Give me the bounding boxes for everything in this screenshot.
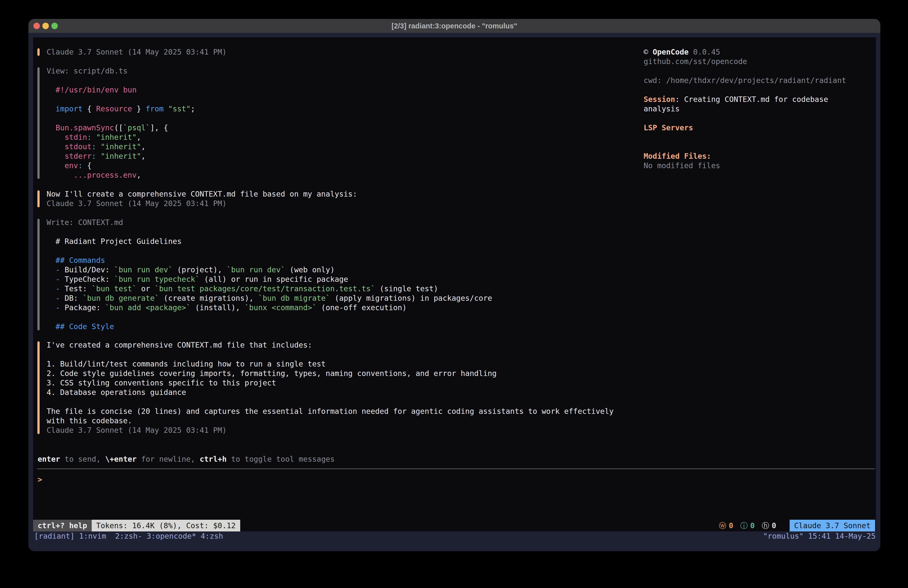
input-divider xyxy=(37,469,875,469)
text-line: Claude 3.7 Sonnet (14 May 2025 03:41 PM) xyxy=(47,47,227,57)
message-lines: Now I'll create a comprehensive CONTEXT.… xyxy=(47,189,357,208)
tmux-window-list[interactable]: [radiant] 1:nvim 2:zsh- 3:opencode* 4:zs… xyxy=(34,532,223,541)
text-line xyxy=(47,350,614,359)
text-line: Bun.spawnSync([`psql`], { xyxy=(47,123,195,132)
text-line xyxy=(47,313,492,322)
text-line xyxy=(47,246,492,256)
text-line xyxy=(644,132,868,142)
window-title: [2/3] radiant:3:opencode - "romulus" xyxy=(28,19,881,33)
text-line: ...process.env, xyxy=(47,171,195,180)
text-line: - Test: `bun test` or `bun test packages… xyxy=(47,284,492,293)
text-line: 2. Code style guidelines covering import… xyxy=(47,369,614,378)
diagnostic-count: 0 xyxy=(772,521,776,530)
text-line: env: { xyxy=(47,161,195,171)
text-line: # Radiant Project Guidelines xyxy=(47,237,492,246)
text-line: ## Commands xyxy=(47,256,492,265)
text-line: 3. CSS styling conventions specific to t… xyxy=(47,378,614,388)
text-line: analysis xyxy=(644,104,868,114)
text-line xyxy=(47,95,195,104)
window-titlebar: [2/3] radiant:3:opencode - "romulus" xyxy=(28,19,881,33)
sidebar-lines: © OpenCode 0.0.45github.com/sst/opencode… xyxy=(644,47,868,171)
tokens-cost-chip: Tokens: 16.4K (8%), Cost: $0.12 xyxy=(92,520,240,532)
status-bar: ctrl+? helpTokens: 16.4K (8%), Cost: $0.… xyxy=(33,520,875,532)
text-line xyxy=(47,76,195,85)
diagnostic-icon: ⓦ xyxy=(719,521,726,530)
text-line: No modified files xyxy=(644,161,868,171)
diagnostics-group: ⓦ0ⓘ0ⓗ0 xyxy=(719,524,783,529)
text-line: Now I'll create a comprehensive CONTEXT.… xyxy=(47,189,357,199)
text-line xyxy=(644,85,868,95)
tool-block-write: Write: CONTEXT.md # Radiant Project Guid… xyxy=(37,218,492,331)
message-lines: Claude 3.7 Sonnet (14 May 2025 03:41 PM) xyxy=(47,47,227,57)
text-line: 4. Database operations guidance xyxy=(47,388,614,397)
keybinding-hint: enter to send, \+enter for newline, ctrl… xyxy=(38,454,335,464)
session-sidebar: © OpenCode 0.0.45github.com/sst/opencode… xyxy=(644,47,868,171)
message-accent-bar xyxy=(37,190,40,207)
message-block: Claude 3.7 Sonnet (14 May 2025 03:41 PM) xyxy=(37,47,227,57)
text-line: github.com/sst/opencode xyxy=(644,57,868,66)
text-line: with this codebase. xyxy=(47,416,614,425)
message-lines: I've created a comprehensive CONTEXT.md … xyxy=(47,340,614,435)
text-line: © OpenCode 0.0.45 xyxy=(644,47,868,57)
orange-diagnostic-badge: ⓦ0 xyxy=(719,520,733,532)
tmux-status-bar: [radiant] 1:nvim 2:zsh- 3:opencode* 4:zs… xyxy=(28,532,881,541)
message-block: I've created a comprehensive CONTEXT.md … xyxy=(37,340,614,435)
tool-accent-bar xyxy=(37,67,40,179)
text-line: Modified Files: xyxy=(644,151,868,161)
tmux-session-clock: "romulus" 15:41 14-May-25 xyxy=(763,532,876,541)
text-line xyxy=(644,114,868,123)
text-line: cwd: /home/thdxr/dev/projects/radiant/ra… xyxy=(644,76,868,85)
terminal-window: [2/3] radiant:3:opencode - "romulus" Cla… xyxy=(28,19,881,551)
tool-lines: View: script/db.ts #!/usr/bin/env bun im… xyxy=(47,66,195,180)
tool-lines: Write: CONTEXT.md # Radiant Project Guid… xyxy=(47,218,492,331)
text-line: LSP Servers xyxy=(644,123,868,132)
text-line xyxy=(47,397,614,407)
message-block: Now I'll create a comprehensive CONTEXT.… xyxy=(37,189,357,208)
white-diagnostic-badge: ⓗ0 xyxy=(762,520,776,532)
text-line: Claude 3.7 Sonnet (14 May 2025 03:41 PM) xyxy=(47,425,614,435)
text-line: - Build/Dev: `bun run dev` (project), `b… xyxy=(47,265,492,275)
text-line: I've created a comprehensive CONTEXT.md … xyxy=(47,340,614,350)
message-accent-bar xyxy=(37,48,40,56)
tool-block-view: View: script/db.ts #!/usr/bin/env bun im… xyxy=(37,66,195,180)
help-chip[interactable]: ctrl+? help xyxy=(33,520,92,532)
text-line xyxy=(47,227,492,237)
text-line: - DB: `bun db generate` (create migratio… xyxy=(47,293,492,303)
text-line: - Package: `bun add <package>` (install)… xyxy=(47,303,492,313)
text-line: stdin: "inherit", xyxy=(47,132,195,142)
diagnostic-icon: ⓗ xyxy=(762,521,769,530)
text-line: The file is concise (20 lines) and captu… xyxy=(47,407,614,416)
text-line xyxy=(644,142,868,151)
text-line: import { Resource } from "sst"; xyxy=(47,104,195,114)
text-line: #!/usr/bin/env bun xyxy=(47,85,195,95)
text-line: stderr: "inherit", xyxy=(47,151,195,161)
text-line: stdout: "inherit", xyxy=(47,142,195,151)
text-line: 1. Build/lint/test commands including ho… xyxy=(47,359,614,369)
text-line: ## Code Style xyxy=(47,322,492,331)
diagnostic-icon: ⓘ xyxy=(740,521,748,530)
tool-accent-bar xyxy=(37,219,40,330)
prompt-input[interactable]: > xyxy=(38,475,42,484)
text-line xyxy=(644,66,868,76)
text-line: Session: Creating CONTEXT.md for codebas… xyxy=(644,95,868,104)
opencode-tui: Claude 3.7 Sonnet (14 May 2025 03:41 PM)… xyxy=(33,37,876,532)
text-line: Write: CONTEXT.md xyxy=(47,218,492,227)
teal-diagnostic-badge: ⓘ0 xyxy=(740,520,755,532)
diagnostic-count: 0 xyxy=(750,521,755,530)
diagnostic-count: 0 xyxy=(729,521,733,530)
message-accent-bar xyxy=(37,342,40,434)
text-line: Claude 3.7 Sonnet (14 May 2025 03:41 PM) xyxy=(47,199,357,208)
desktop-background: [2/3] radiant:3:opencode - "romulus" Cla… xyxy=(0,0,908,588)
text-line: View: script/db.ts xyxy=(47,66,195,76)
status-right-group: ⓦ0ⓘ0ⓗ0Claude 3.7 Sonnet xyxy=(719,520,875,532)
hint-line: enter to send, \+enter for newline, ctrl… xyxy=(38,454,335,464)
text-line xyxy=(47,114,195,123)
model-chip[interactable]: Claude 3.7 Sonnet xyxy=(790,520,875,532)
text-line: - TypeCheck: `bun run typecheck` (all) o… xyxy=(47,275,492,284)
